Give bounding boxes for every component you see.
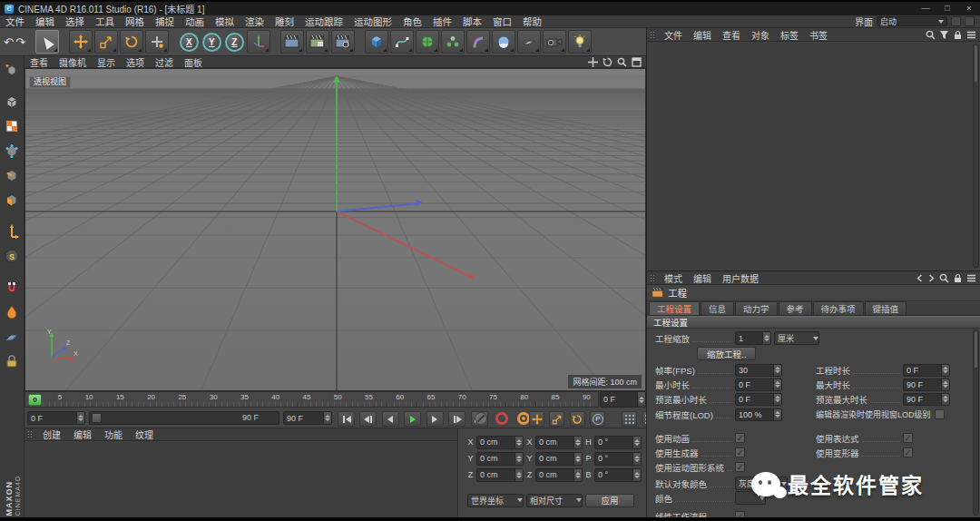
scale-project-button[interactable]: 缩放工程..: [697, 347, 756, 360]
project-scale-field[interactable]: 1: [735, 331, 771, 345]
menu-10[interactable]: 运动跟踪: [299, 15, 348, 28]
texture-mode-button[interactable]: [1, 115, 23, 137]
pin-icon[interactable]: [965, 16, 975, 26]
scale-tool-button[interactable]: [94, 30, 118, 54]
redo-button[interactable]: ↷: [15, 36, 25, 48]
menu-0[interactable]: 文件: [0, 15, 30, 28]
menu-14[interactable]: 脚本: [457, 15, 487, 28]
array-object-button[interactable]: [441, 30, 465, 54]
model-mode-button[interactable]: [1, 91, 23, 113]
object-tree[interactable]: [647, 42, 980, 270]
apply-button[interactable]: 应用: [585, 494, 634, 507]
menu-8[interactable]: 渲染: [240, 15, 270, 28]
menu-15[interactable]: 窗口: [487, 15, 517, 28]
size-y-field[interactable]: 0 cm: [535, 452, 583, 466]
max-time-field[interactable]: 90 F: [903, 378, 950, 391]
tab-dynamics[interactable]: 动力学: [735, 301, 778, 315]
size-z-field[interactable]: 0 cm: [535, 468, 583, 482]
fps-field[interactable]: 30: [735, 364, 782, 377]
undo-button[interactable]: ↶: [4, 36, 14, 48]
filter-icon[interactable]: [939, 30, 949, 40]
next-frame-button[interactable]: [426, 411, 444, 427]
lock-icon[interactable]: [953, 30, 963, 40]
use-generators-checkbox[interactable]: ✓: [735, 447, 745, 457]
viewport-3d[interactable]: 透视视图 Y X Z 网格间距: 100 cm: [24, 68, 646, 391]
menu-3[interactable]: 工具: [90, 15, 120, 28]
material-menu-0[interactable]: 创建: [36, 428, 67, 441]
viewport-menu-0[interactable]: 查看: [24, 55, 54, 69]
history-forward-icon[interactable]: [927, 274, 936, 282]
close-button[interactable]: ×: [958, 2, 980, 15]
preview-range-slider[interactable]: 90 F: [89, 411, 279, 425]
tab-todo[interactable]: 待办事项: [813, 301, 864, 315]
rotate-tool-button[interactable]: [120, 30, 143, 54]
panel-grip[interactable]: [27, 430, 34, 438]
end-frame-field[interactable]: 90 F: [283, 411, 332, 425]
min-time-field[interactable]: 0 F: [735, 378, 782, 391]
viewport-solo-button[interactable]: S: [1, 245, 23, 267]
menu-5[interactable]: 捕捉: [150, 15, 180, 28]
history-back-icon[interactable]: [916, 274, 924, 282]
move-tool-button[interactable]: [69, 30, 93, 54]
live-selection-button[interactable]: [35, 30, 59, 54]
tab-project-settings[interactable]: 工程设置: [649, 301, 700, 315]
goto-start-button[interactable]: [338, 411, 355, 427]
last-used-tool-button[interactable]: [145, 30, 169, 54]
viewport-menu-3[interactable]: 选项: [121, 55, 150, 69]
record-pla-toggle[interactable]: [622, 411, 637, 427]
lock-y-axis-button[interactable]: Y: [202, 33, 221, 52]
layout-grid-icon[interactable]: [951, 16, 961, 26]
polygon-mode-button[interactable]: [1, 189, 23, 211]
record-parameter-toggle[interactable]: P: [590, 411, 605, 427]
use-deformers-checkbox[interactable]: ✓: [903, 447, 913, 457]
preview-max-field[interactable]: 90 F: [903, 393, 950, 406]
project-duration-field[interactable]: 0 F: [903, 364, 950, 377]
panel-grip[interactable]: [650, 31, 656, 39]
menu-13[interactable]: 插件: [427, 15, 457, 28]
viewport-menu-1[interactable]: 摄像机: [54, 55, 92, 69]
cube-primitive-button[interactable]: [365, 30, 388, 54]
workplane-mode-button[interactable]: [1, 326, 23, 348]
minimize-button[interactable]: —: [915, 2, 936, 15]
viewport-menu-2[interactable]: 显示: [92, 55, 121, 69]
viewport-menu-5[interactable]: 面板: [179, 55, 208, 69]
viewport-menu-4[interactable]: 过滤: [150, 55, 179, 69]
point-mode-button[interactable]: [1, 140, 23, 162]
pos-z-field[interactable]: 0 cm: [476, 468, 524, 482]
pos-x-field[interactable]: 0 cm: [476, 436, 524, 449]
timeline-ruler[interactable]: 051015202530354045505560657075808590 0: [24, 391, 599, 408]
use-expressions-checkbox[interactable]: ✓: [903, 433, 913, 443]
environment-sky-button[interactable]: [492, 30, 515, 54]
edge-mode-button[interactable]: [1, 164, 23, 186]
record-active-objects-button[interactable]: [475, 412, 487, 425]
linear-workflow-checkbox[interactable]: ✓: [735, 511, 745, 517]
attribute-menu-0[interactable]: 模式: [659, 271, 688, 285]
enable-axis-button[interactable]: [1, 221, 23, 242]
tab-key-interpolation[interactable]: 键插值: [865, 301, 907, 315]
section-header[interactable]: 工程设置: [647, 316, 980, 329]
menu-4[interactable]: 网格: [120, 15, 150, 28]
bend-deformer-button[interactable]: [466, 30, 490, 54]
lock-x-axis-button[interactable]: X: [180, 33, 199, 52]
play-forward-button[interactable]: [404, 411, 421, 427]
search-icon[interactable]: [939, 273, 949, 283]
lock-workplane-button[interactable]: [1, 350, 23, 372]
project-scale-unit-select[interactable]: 厘米: [774, 331, 819, 345]
object-menu-5[interactable]: 书签: [804, 28, 833, 42]
stepper[interactable]: [76, 412, 84, 424]
timeline-playhead[interactable]: 0: [28, 394, 42, 406]
render-view-button[interactable]: [280, 30, 304, 54]
tab-info[interactable]: 信息: [701, 301, 734, 315]
scrollbar-thumb[interactable]: [975, 331, 977, 368]
use-mograph-checkbox[interactable]: ✓: [735, 462, 745, 472]
search-icon[interactable]: [926, 30, 936, 40]
pan-view-icon[interactable]: [588, 57, 598, 67]
size-mode-select[interactable]: 相对尺寸: [526, 494, 583, 507]
orbit-view-icon[interactable]: [603, 57, 612, 67]
render-settings-button[interactable]: [331, 30, 355, 54]
lock-icon[interactable]: [953, 273, 963, 283]
paint-setup-button[interactable]: [1, 301, 23, 323]
panel-menu-icon[interactable]: [966, 273, 976, 283]
menu-12[interactable]: 角色: [397, 15, 427, 28]
object-menu-3[interactable]: 对象: [746, 28, 775, 42]
